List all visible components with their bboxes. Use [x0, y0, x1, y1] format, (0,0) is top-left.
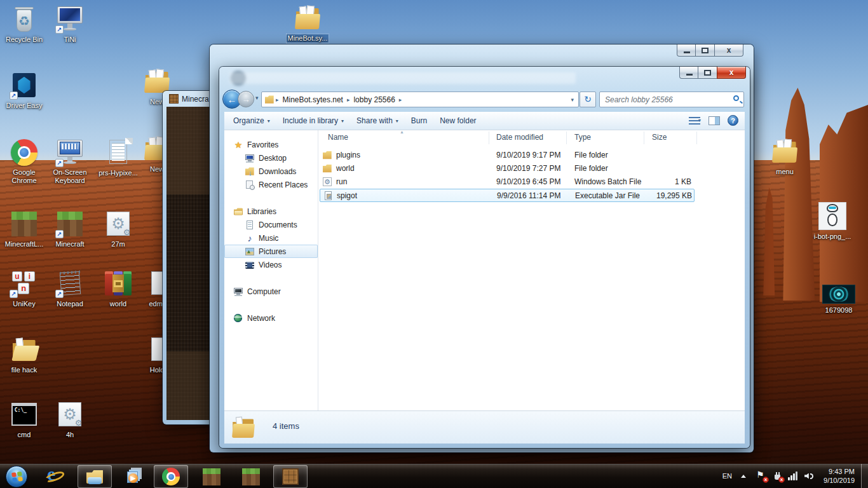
shortcut-arrow-icon: ↗: [55, 159, 64, 167]
help-button[interactable]: ?: [728, 115, 738, 126]
sidebar-item-videos[interactable]: Videos: [224, 258, 318, 271]
volume-icon[interactable]: [804, 471, 815, 482]
sidebar-item-computer[interactable]: Computer: [224, 285, 318, 298]
taskbar-button-crafting-table[interactable]: [273, 465, 308, 488]
column-header-type[interactable]: Type: [574, 133, 591, 142]
file-row-plugins[interactable]: plugins 9/10/2019 9:17 PM File folder: [320, 149, 695, 162]
star-icon: ★: [233, 140, 243, 150]
minimize-button[interactable]: [679, 67, 698, 79]
forward-button[interactable]: →: [238, 91, 254, 107]
close-button[interactable]: x: [714, 44, 743, 57]
desktop-icon-1679098[interactable]: 1679098: [816, 278, 862, 315]
taskbar-button-minecraft-2[interactable]: [236, 465, 266, 488]
file-row-spigot[interactable]: spigot 9/9/2016 11:14 PM Executable Jar …: [320, 189, 695, 202]
desktop-icon-i-bot-png[interactable]: i-bot-png_...: [810, 202, 855, 241]
desktop-icon-4h[interactable]: ⚙⚙ 4h: [47, 400, 93, 440]
desktop-icon-minecraft[interactable]: ↗ Minecraft: [47, 210, 93, 249]
taskbar-button-minecraft-1[interactable]: [197, 465, 226, 488]
network-signal-icon[interactable]: [788, 471, 799, 482]
desktop-icon-recycle-bin[interactable]: ♻ Recycle Bin: [1, 5, 47, 44]
column-header-size[interactable]: Size: [652, 133, 667, 142]
show-desktop-button[interactable]: [861, 464, 868, 488]
desktop-icon-minebot-folder[interactable]: MineBot.sy...: [285, 4, 330, 43]
sidebar-item-network[interactable]: Network: [224, 311, 318, 325]
sidebar-item-pictures[interactable]: Pictures: [224, 245, 318, 258]
breadcrumb-separator-icon[interactable]: ▸: [346, 97, 351, 103]
shortcut-arrow-icon: ↗: [55, 230, 64, 238]
toolbar-new-folder[interactable]: New folder: [433, 114, 482, 128]
desktop-icon-label: MineBot.sy...: [287, 34, 329, 43]
explorer-window[interactable]: x ← → ▾ ▸MineBot.sytes.net▸lobby 25566▸ …: [219, 67, 750, 448]
folder-icon: [322, 163, 332, 173]
titlebar-ghost-bar: [229, 72, 576, 84]
breadcrumb-separator-icon[interactable]: ▸: [398, 97, 403, 103]
jar-icon: [323, 191, 333, 201]
sidebar-item-recent-places[interactable]: Recent Places: [224, 178, 318, 191]
desktop-icon-label: 27m: [110, 240, 126, 248]
sort-ascending-icon: ▲: [400, 130, 404, 134]
sidebar-item-downloads[interactable]: ↓ Downloads: [224, 165, 318, 178]
sidebar-item-favorites[interactable]: ★ Favorites: [224, 138, 318, 151]
notepad-icon: ↗: [56, 269, 84, 297]
start-button[interactable]: [4, 465, 29, 488]
breadcrumb-separator-icon[interactable]: ▸: [275, 97, 280, 103]
column-header-name[interactable]: Name: [328, 133, 348, 142]
desktop-icon-notepad[interactable]: ↗ Notepad: [47, 269, 93, 309]
show-hidden-icons-button[interactable]: [741, 475, 746, 478]
taskbar-button-windows-explorer[interactable]: [78, 465, 112, 488]
desktop-icon-tini[interactable]: ↗ TiNi: [47, 5, 93, 44]
desktop-icon-unikey[interactable]: uin↗ UniKey: [1, 269, 47, 309]
minimize-button[interactable]: [677, 44, 696, 57]
action-center-icon[interactable]: ⚑x: [756, 471, 767, 482]
recent-pages-dropdown-icon[interactable]: ▾: [255, 95, 259, 101]
search-icon: [733, 95, 739, 101]
desktop-icon-on-screen-keyboard[interactable]: ↗ On-Screen Keyboard: [47, 139, 93, 186]
change-view-button[interactable]: ▾: [689, 116, 701, 125]
wmp-icon: ▶: [124, 467, 143, 486]
osk-icon: ↗: [56, 139, 84, 166]
taskbar-button-internet-explorer[interactable]: e: [39, 465, 70, 488]
desktop-icon-cmd[interactable]: C:\_ cmd: [1, 400, 47, 440]
column-header-date-modified[interactable]: Date modified: [496, 133, 543, 142]
desktop-icon-label: Google Chrome: [1, 168, 47, 185]
desktop-icon-27m[interactable]: ⚙⚙ 27m: [95, 210, 141, 249]
toolbar-include-in-library[interactable]: Include in library▾: [276, 114, 350, 128]
sidebar-item-music[interactable]: ♪ Music: [224, 231, 318, 245]
minecraft-window-title-text: Minecra: [182, 95, 209, 104]
desktop-icon-label: Minecraft: [54, 240, 85, 248]
maximize-button[interactable]: [698, 67, 717, 79]
sidebar-item-libraries[interactable]: Libraries: [224, 205, 318, 218]
search-input[interactable]: [600, 92, 743, 107]
file-row-run[interactable]: ⚙ run 9/10/2019 6:45 PM Windows Batch Fi…: [320, 175, 695, 189]
clock-date: 9/10/2019: [824, 476, 855, 485]
sidebar-item-desktop[interactable]: Desktop: [224, 151, 318, 165]
desktop-icon-menu[interactable]: menu: [762, 137, 808, 177]
toolbar-organize[interactable]: Organize▾: [227, 114, 276, 128]
desktop-icon-minecraftl[interactable]: MinecraftL...: [1, 210, 47, 249]
desktop-icon-driver-easy[interactable]: ↗ Driver Easy: [1, 71, 47, 111]
maximize-button[interactable]: [696, 44, 714, 57]
address-bar[interactable]: ▸MineBot.sytes.net▸lobby 25566▸ ▾: [261, 92, 579, 107]
toolbar-item-label: Include in library: [283, 116, 338, 125]
preview-pane-button[interactable]: [709, 116, 720, 125]
address-dropdown-icon[interactable]: ▾: [569, 97, 576, 103]
taskbar-button-media-player[interactable]: ▶: [118, 465, 149, 488]
file-row-world[interactable]: world 9/10/2019 7:27 PM File folder: [320, 162, 695, 175]
downloads-icon: ↓: [245, 166, 255, 177]
toolbar-share-with[interactable]: Share with▾: [350, 114, 405, 128]
close-button[interactable]: x: [717, 67, 746, 79]
taskbar-button-chrome[interactable]: [154, 465, 188, 488]
toolbar-item-label: Share with: [356, 116, 393, 125]
breadcrumb-segment[interactable]: lobby 25566: [351, 94, 397, 105]
background-window-caption-buttons: x: [677, 44, 743, 57]
breadcrumb-segment[interactable]: MineBot.sytes.net: [280, 94, 346, 105]
clock[interactable]: 9:43 PM 9/10/2019: [824, 467, 855, 485]
power-error-icon[interactable]: x: [772, 471, 783, 482]
desktop-icon-google-chrome[interactable]: Google Chrome: [1, 139, 47, 186]
toolbar-burn[interactable]: Burn: [405, 114, 433, 128]
language-indicator[interactable]: EN: [722, 472, 732, 480]
sidebar-item-documents[interactable]: Documents: [224, 218, 318, 231]
desktop-icon-file-hack[interactable]: file hack: [1, 336, 47, 375]
refresh-button[interactable]: ↻: [580, 92, 596, 107]
system-tray: EN ⚑x x 9:43 PM 9/10/2019: [722, 464, 868, 488]
